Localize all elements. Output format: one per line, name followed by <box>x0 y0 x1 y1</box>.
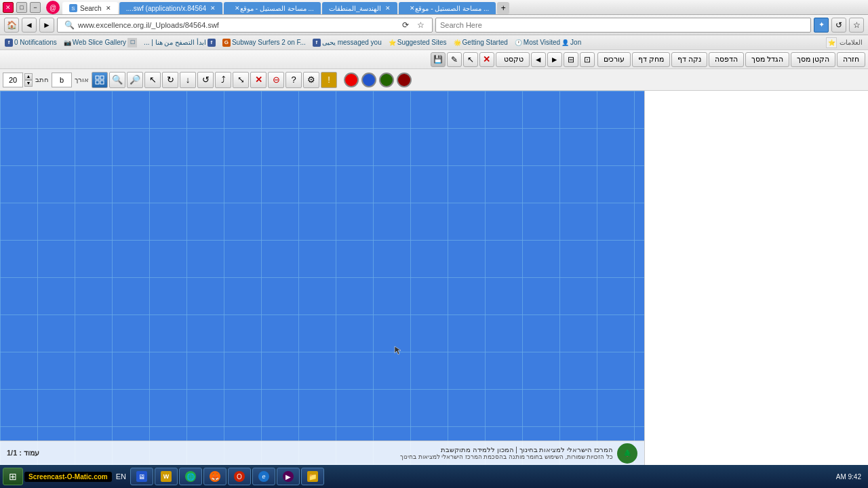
taskbar-media[interactable]: ▶ <box>277 468 300 485</box>
tab-arabic2[interactable]: الهندسة_المنطقات ✕ <box>322 2 398 14</box>
back-button[interactable]: ◄ <box>22 18 37 33</box>
spin-down[interactable]: ▼ <box>24 80 33 87</box>
taskbar-firefox[interactable]: 🦊 <box>203 468 226 485</box>
tab-close-search[interactable]: ✕ <box>106 5 111 12</box>
spin-up[interactable]: ▲ <box>24 73 33 80</box>
zoom-in-btn[interactable]: 🔎 <box>127 72 143 88</box>
tab-arabic3[interactable]: ... مساحة الصستيل - موقع ✕ <box>399 2 496 14</box>
cancel-x-button[interactable]: ✕ <box>479 52 494 67</box>
tab-arabic1[interactable]: ... مساحة الصستيل - موقع ✕ <box>224 2 321 14</box>
taskbar-browser-globe[interactable]: 🌐 <box>179 468 202 485</box>
erase-page-button[interactable]: מחק דף <box>632 52 670 67</box>
down-arrow-btn[interactable]: ↓ <box>180 72 196 88</box>
close-tool-btn[interactable]: ✕ <box>250 72 267 88</box>
search-icon: ✦ <box>818 20 825 29</box>
folder-icon: 📁 <box>307 471 318 482</box>
info-btn[interactable]: ! <box>321 72 337 88</box>
rotate2-btn[interactable]: ↺ <box>197 72 214 88</box>
tab-close-arabic1[interactable]: ✕ <box>235 5 240 12</box>
undo-button[interactable]: ↺ <box>831 18 846 33</box>
color-label: אורך <box>75 76 89 83</box>
grid-view-btn[interactable] <box>92 72 108 88</box>
tab-swf[interactable]: ....swf (application/x.84564 ✕ <box>119 2 222 14</box>
arrow-tool-button[interactable]: ↖ <box>463 52 478 67</box>
bookmark-subway[interactable]: G Subway Surfers 2 on F... <box>220 39 308 47</box>
taskbar-word[interactable]: W <box>155 468 178 485</box>
return-button[interactable]: חזרה <box>837 52 865 67</box>
path-btn[interactable]: ⤴ <box>215 72 231 88</box>
canvas-area[interactable]: 🌲 המרכז הישראלי למציאות בחינוך | המכון ל… <box>0 91 644 465</box>
tab-close-arabic3[interactable]: ✕ <box>410 5 415 12</box>
settings-btn[interactable]: ⚙ <box>303 72 319 88</box>
visited-text: Most Visited <box>524 39 560 46</box>
star-button[interactable]: ☆ <box>413 18 428 33</box>
width-input[interactable] <box>52 73 72 87</box>
gallery-checkbox[interactable]: ☐ <box>127 38 137 47</box>
help-btn[interactable]: ? <box>285 72 302 88</box>
address-text: www.excellence.org.il/_Uploads/84564.swf <box>78 21 398 29</box>
color-red[interactable] <box>344 73 359 87</box>
taskbar-folder[interactable]: 📁 <box>301 468 324 485</box>
taskbar-computer[interactable]: 🖥 <box>130 468 153 485</box>
rotate-btn[interactable]: ↻ <box>162 72 178 88</box>
back-nav-btn[interactable]: ◄ <box>531 52 546 67</box>
clean-page-button[interactable]: נקה דף <box>671 52 707 67</box>
minimize-button[interactable]: − <box>30 2 41 13</box>
color-green[interactable] <box>379 73 394 87</box>
home-button[interactable]: 🏠 <box>4 18 19 33</box>
paste-icon-btn[interactable]: ⊡ <box>580 52 595 67</box>
bookmark-gallery[interactable]: 📷 Web Slice Gallery ☐ <box>62 38 139 47</box>
save-button[interactable]: 💾 <box>431 52 446 67</box>
taskbar-opera[interactable]: O <box>228 468 251 485</box>
tab-close-swf[interactable]: ✕ <box>210 5 216 12</box>
start-button[interactable]: ⊞ <box>3 468 23 485</box>
search-go-button[interactable]: ✦ <box>814 18 829 33</box>
restore-button[interactable]: □ <box>16 2 27 13</box>
small-text-button[interactable]: הקטן מסך <box>791 52 835 67</box>
copy-icon-btn[interactable]: ⊟ <box>564 52 578 67</box>
minus-btn[interactable]: ⊖ <box>268 72 284 88</box>
tab-close-arabic2[interactable]: ✕ <box>385 5 391 12</box>
visited-icon: 🕐 <box>515 39 522 46</box>
window-controls: ✕ □ − <box>3 2 41 13</box>
bookmark-visited[interactable]: 🕐 Most Visited 👤 Jon <box>513 39 583 46</box>
print-label: הדפסה <box>715 55 738 64</box>
address-bar[interactable]: 🔍 www.excellence.org.il/_Uploads/84564.s… <box>57 18 433 33</box>
add-tab-button[interactable]: + <box>497 2 509 14</box>
svg-rect-1 <box>100 76 104 79</box>
close-button[interactable]: ✕ <box>3 2 14 13</box>
bookmark-suggested[interactable]: ⭐ Suggested Sites <box>387 39 449 46</box>
tab-arabic3-label: ... مساحة الصستيل - موقع <box>415 5 489 12</box>
workers-button[interactable]: עורכים <box>597 52 631 67</box>
refresh-button[interactable]: ⟳ <box>398 18 413 33</box>
zoom-out-btn[interactable]: 🔍 <box>109 72 125 88</box>
bookmark-arabic1[interactable]: f ابدأ التصفح من هنا | ... <box>142 39 218 47</box>
forward-button[interactable]: ► <box>39 18 54 33</box>
bookmarks-bar: العلامات ⭐ f 0 Notifications 📷 Web Slice… <box>0 35 868 50</box>
print-button[interactable]: הדפסה <box>709 52 744 67</box>
crop-btn[interactable]: ⤡ <box>233 72 249 88</box>
language-button[interactable]: EN <box>113 472 129 481</box>
bookmark-notifications[interactable]: f 0 Notifications <box>3 39 59 47</box>
bookmark-started[interactable]: 🌟 Getting Started <box>452 39 510 46</box>
forward-nav-btn[interactable]: ► <box>547 52 562 67</box>
bookmark-messaged[interactable]: f messaged you يحيى <box>311 39 384 47</box>
tab-search[interactable]: S Search ✕ <box>62 2 118 14</box>
facebook-icon: f <box>5 39 13 47</box>
redo-button[interactable]: ☆ <box>849 18 864 33</box>
svg-rect-0 <box>96 76 99 79</box>
messaged-text: messaged you يحيى <box>322 39 382 46</box>
svg-rect-3 <box>100 81 104 84</box>
taskbar-ie[interactable]: e <box>252 468 275 485</box>
size-input[interactable] <box>3 73 23 87</box>
cursor-btn[interactable]: ↖ <box>144 72 161 88</box>
large-text-button[interactable]: הגדל מסך <box>745 52 789 67</box>
favorites-icon[interactable]: ⭐ <box>826 37 837 48</box>
clean-page-label: נקה דף <box>677 55 701 64</box>
title-bar: ✕ □ − @ S Search ✕ ....swf (application/… <box>0 0 868 15</box>
search-input[interactable] <box>435 18 811 33</box>
color-darkred[interactable] <box>397 73 412 87</box>
color-blue[interactable] <box>361 73 376 87</box>
text-input-button[interactable]: טקסט <box>496 52 530 67</box>
edit-tool-button[interactable]: ✎ <box>447 52 462 67</box>
